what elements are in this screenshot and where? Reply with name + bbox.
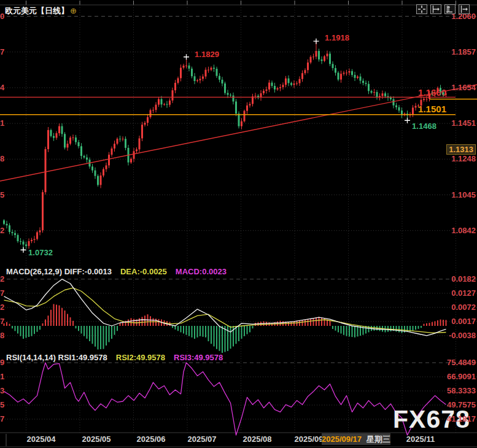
candle-body [268, 83, 270, 90]
candle-body [382, 93, 384, 96]
candle-body [34, 239, 36, 239]
macd-axis-label: 0.0127 [451, 288, 476, 298]
candle-body [216, 69, 218, 76]
candle-body [318, 51, 320, 60]
candle-body [238, 114, 240, 126]
candle-body [293, 83, 295, 85]
candle-body [72, 137, 74, 138]
candle-body [177, 78, 179, 83]
left-axis-clipped-digit: 4 [0, 83, 6, 93]
candle-body [299, 79, 301, 83]
left-axis-clipped-digit: 5 [0, 400, 6, 410]
candle-body [288, 79, 290, 83]
candle-body [185, 66, 187, 66]
left-axis-clipped-digit: 7 [0, 47, 6, 57]
left-axis-clipped-digit: 1 [0, 372, 6, 382]
candle-body [362, 81, 364, 83]
candle-body [95, 171, 96, 176]
candle-body [365, 83, 367, 84]
candle-body [255, 96, 257, 96]
candle-body [108, 155, 110, 165]
candle-body [222, 80, 223, 83]
symbol-title: 欧元美元【日线】⊕ [5, 6, 77, 17]
candle-body [343, 73, 345, 74]
candle-body [25, 244, 27, 245]
candle-body [241, 122, 242, 126]
extreme-cross-marker [314, 39, 319, 44]
candle-body [357, 77, 359, 78]
candle-body [415, 106, 417, 108]
candle-body [279, 87, 281, 88]
candle-body [119, 139, 121, 139]
candle-body [329, 53, 331, 64]
candle-body [169, 101, 171, 105]
macd-axis-label: 0.0072 [451, 303, 476, 312]
candle-body [445, 94, 447, 95]
trendline[interactable] [0, 85, 477, 181]
rsi-line [4, 363, 446, 435]
candle-body [277, 88, 279, 90]
candle-body [144, 123, 146, 125]
candle-body [3, 220, 5, 224]
candle-body [393, 99, 395, 106]
candle-body [152, 110, 154, 110]
left-axis-clipped-digit: 2 [0, 226, 6, 236]
macd-axis-label: 0.0182 [451, 274, 476, 284]
candle-body [304, 70, 306, 73]
left-axis-clipped-digit: 8 [0, 331, 6, 341]
candle-body [67, 144, 69, 147]
candle-body [307, 63, 309, 70]
candle-body [174, 83, 176, 90]
crosshair-date-box: 2025/09/17星期三 [322, 433, 390, 445]
time-axis-label: 2025/06 [137, 434, 166, 444]
candle-body [183, 66, 185, 68]
candle-body [230, 95, 231, 95]
candle-body [373, 92, 375, 93]
candle-body [111, 149, 113, 155]
candle-body [310, 57, 312, 63]
candle-body [130, 159, 132, 163]
extreme-price-annotation: 1.0732 [28, 248, 53, 257]
candle-body [20, 241, 21, 242]
candle-body [338, 72, 339, 79]
crosshair-date: 2025/09/17 [322, 434, 362, 444]
price-axis-label: 1.1451 [451, 118, 476, 128]
candle-body [191, 69, 193, 76]
candle-body [205, 70, 207, 77]
chart-toolbar [416, 4, 470, 14]
candle-body [17, 235, 19, 241]
candle-body [351, 71, 353, 75]
chart-canvas[interactable]: 1.16001.15011.18291.19181.07321.1468 [0, 0, 477, 448]
candle-body [282, 85, 284, 87]
candle-body [335, 68, 336, 73]
extreme-cross-marker [21, 247, 26, 253]
pan-icon[interactable] [416, 4, 427, 14]
candle-body [412, 107, 414, 114]
macd-label-part: MACD(26,12,9) DIFF:-0.0013 [6, 267, 112, 276]
scale-x-icon[interactable] [430, 4, 441, 14]
candle-body [86, 158, 88, 160]
crosshair-weekday: 星期三 [366, 434, 390, 445]
scale-reset-icon[interactable] [459, 4, 470, 14]
candle-body [163, 104, 165, 105]
rsi-axis-label: 58.3333 [447, 386, 476, 396]
time-axis-label: 2025/08 [243, 434, 272, 444]
candle-body [180, 68, 182, 78]
candle-body [136, 149, 138, 151]
scale-y-icon[interactable] [444, 4, 456, 14]
candle-body [443, 92, 444, 95]
candle-body [327, 53, 328, 56]
candle-body [80, 146, 82, 156]
candle-body [368, 84, 370, 91]
candle-body [321, 60, 323, 61]
candle-body [106, 165, 107, 169]
candle-body [36, 232, 38, 239]
macd-indicator-label: MACD(26,12,9) DIFF:-0.0013DEA:-0.0025MAC… [6, 267, 227, 276]
candle-body [423, 99, 425, 100]
price-axis-label: 1.1857 [451, 47, 476, 57]
candle-body [6, 224, 8, 225]
left-axis-clipped-digit: 1 [0, 118, 6, 128]
attach-indicator-icon[interactable]: ⊕ [70, 6, 77, 15]
candle-body [312, 56, 314, 57]
candle-body [47, 130, 49, 149]
